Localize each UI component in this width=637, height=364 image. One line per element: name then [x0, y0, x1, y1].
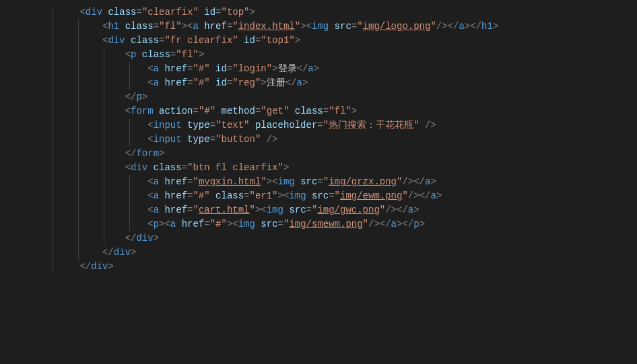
token-tag: = — [215, 7, 221, 17]
code-line[interactable]: <input type="button" /> — [46, 133, 498, 147]
indent-guide — [78, 189, 79, 203]
code-line[interactable]: <a href="#" id="login">登录</a> — [46, 62, 498, 76]
token-attrname: class — [108, 7, 136, 17]
token-txt — [136, 49, 141, 60]
indent-guide — [104, 189, 104, 203]
token-attrval: "get" — [261, 106, 289, 116]
indent-guide — [78, 104, 79, 118]
token-tag: = — [182, 162, 187, 173]
token-attrval: "#" — [193, 77, 209, 88]
indent-guide — [129, 189, 130, 203]
token-attrname: type — [187, 134, 210, 145]
token-attrval: " — [323, 176, 329, 187]
indent-guide — [129, 76, 130, 90]
indent-guide — [53, 133, 53, 147]
indent-guide — [129, 118, 130, 133]
code-line[interactable]: </p> — [46, 90, 498, 104]
token-tag: > — [131, 247, 136, 258]
token-tagname: a — [154, 205, 159, 215]
token-tagname: a — [154, 176, 159, 187]
token-tagname: p — [413, 219, 419, 229]
token-tagname: a — [154, 63, 159, 74]
token-txt — [210, 63, 215, 74]
code-line[interactable]: </div> — [46, 246, 498, 260]
token-tagname: img — [267, 205, 283, 215]
token-tag: </ — [125, 148, 137, 159]
indent-space — [46, 106, 125, 116]
token-tagname: form — [131, 106, 154, 116]
token-tag: >< — [300, 21, 312, 32]
token-attrval: " — [380, 205, 385, 215]
indent-guide — [104, 175, 104, 189]
token-txt — [289, 106, 294, 116]
token-tag: ></ — [465, 21, 481, 32]
code-line[interactable]: <input type="text" placeholder="热门搜索：干花花… — [46, 118, 498, 133]
code-editor[interactable]: <div class="clearfix" id="top"> <h1 clas… — [0, 0, 637, 364]
token-tagname: p — [136, 92, 141, 102]
token-attrname: class — [295, 106, 323, 116]
code-line[interactable]: <div class="btn fl clearfix"> — [46, 161, 498, 175]
token-tagname: input — [154, 120, 182, 131]
token-tag: > — [142, 92, 147, 102]
indent-guide — [53, 104, 53, 118]
indent-guide — [104, 133, 104, 147]
token-tagname: a — [170, 219, 176, 229]
code-line[interactable]: <p><a href="#"><img src="img/smewm.png"/… — [46, 217, 498, 231]
code-line[interactable]: <h1 class="fl"><a href="index.html"><img… — [46, 20, 498, 34]
token-txt: 注册 — [267, 77, 286, 88]
token-tag: = — [136, 7, 141, 17]
token-tag: = — [317, 176, 323, 187]
code-line[interactable]: <a href="#" id="reg">注册</a> — [46, 76, 498, 90]
token-attrname: src — [335, 21, 351, 32]
token-tagname: a — [308, 63, 313, 74]
token-tag: < — [125, 49, 131, 60]
token-attrname: action — [159, 106, 193, 116]
token-attrval: " — [250, 205, 255, 215]
indent-guide — [53, 20, 53, 34]
token-tag: > — [295, 35, 300, 46]
indent-guide — [53, 118, 53, 133]
indent-guide — [78, 203, 79, 217]
indent-space — [46, 233, 125, 244]
code-line[interactable]: </div> — [46, 231, 498, 246]
code-line[interactable]: </div> — [46, 260, 498, 274]
code-line[interactable]: <form action="#" method="get" class="fl"… — [46, 104, 498, 118]
code-line[interactable]: </form> — [46, 147, 498, 161]
indent-guide — [104, 217, 104, 231]
token-attrname: class — [131, 35, 159, 46]
token-attrname: href — [204, 21, 227, 32]
code-line[interactable]: <a href="mygxin.html"><img src="img/grzx… — [46, 175, 498, 189]
token-tagname: a — [154, 77, 159, 88]
indent-space — [46, 77, 147, 88]
code-line[interactable]: <div class="fr clearfix" id="top1"> — [46, 34, 498, 48]
indent-space — [46, 120, 147, 131]
token-attrval: "fl" — [329, 106, 351, 116]
token-attrname: href — [164, 190, 187, 201]
token-tag: > — [420, 219, 425, 229]
code-area[interactable]: <div class="clearfix" id="top"> <h1 clas… — [32, 0, 498, 364]
token-attrname: src — [312, 190, 329, 201]
token-tag: = — [317, 120, 323, 131]
code-line[interactable]: <div class="clearfix" id="top"> — [46, 5, 498, 20]
token-attrval: "top" — [222, 7, 250, 17]
token-attrval: "fl" — [176, 49, 199, 60]
code-line[interactable]: <p class="fl"> — [46, 48, 498, 62]
token-tag: > — [199, 49, 204, 60]
token-attrval: " — [357, 21, 362, 32]
indent-guide — [104, 147, 104, 161]
token-attrname: id — [215, 77, 227, 88]
indent-guide — [104, 231, 104, 246]
token-attrval: " — [193, 205, 198, 215]
indent-space — [46, 148, 125, 159]
code-line[interactable]: <a href="cart.html"><img src="img/gwc.pn… — [46, 203, 498, 217]
token-txt — [329, 21, 334, 32]
token-attrval: "clearfix" — [142, 7, 199, 17]
token-tag: < — [79, 7, 85, 17]
token-txt — [306, 190, 312, 201]
indent-guide — [78, 161, 79, 175]
code-line[interactable]: <a href="#" class="er1"><img src="img/ew… — [46, 189, 498, 203]
token-txt — [154, 106, 159, 116]
token-attrname: src — [300, 176, 317, 187]
token-attrname: class — [125, 21, 154, 32]
token-tag: = — [244, 190, 249, 201]
